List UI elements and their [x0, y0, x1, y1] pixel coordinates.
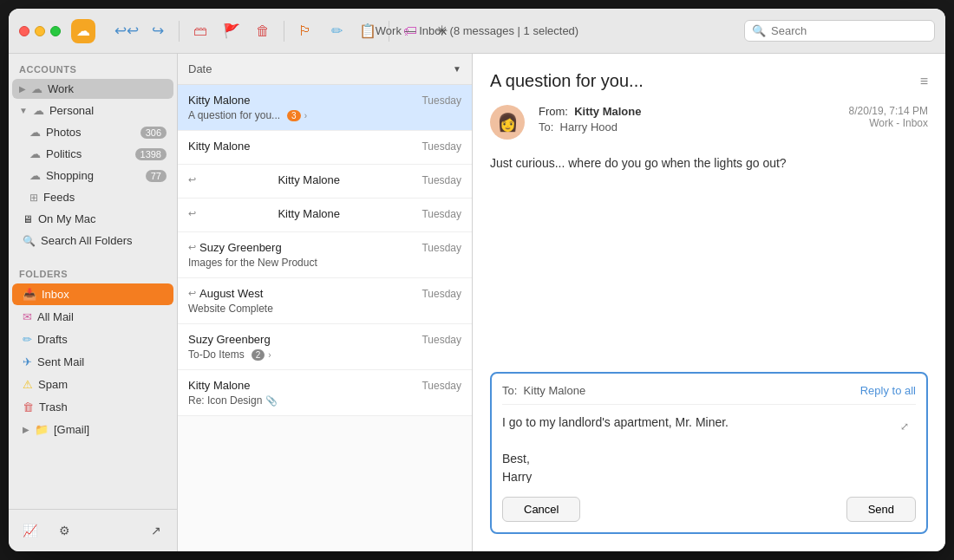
message-badge: 3	[287, 110, 301, 121]
sidebar-item-drafts[interactable]: ✏ Drafts	[12, 329, 173, 350]
to-label: To:	[539, 120, 553, 133]
shopping-label: Shopping	[46, 169, 94, 182]
message-date: Tuesday	[421, 140, 461, 153]
sidebar-item-shopping[interactable]: ☁ Shopping 77	[12, 166, 173, 186]
shopping-badge: 77	[146, 170, 167, 182]
forward-button[interactable]: ↪	[144, 17, 172, 45]
reply-actions: Cancel Send	[502, 497, 916, 522]
inbox-icon: 📥	[23, 288, 36, 301]
send-button[interactable]: Send	[846, 497, 916, 522]
sidebar-item-inbox[interactable]: 📥 Inbox	[12, 283, 173, 305]
search-icon: 🔍	[752, 24, 766, 37]
sidebar-item-all-mail[interactable]: ✉ All Mail	[12, 306, 173, 328]
maximize-button[interactable]	[50, 26, 61, 36]
message-item[interactable]: ↩ August West Tuesday Website Complete	[178, 278, 472, 324]
sidebar-item-search-all[interactable]: 🔍 Search All Folders	[12, 231, 173, 251]
message-list-header: Date ▼	[178, 54, 472, 85]
message-item[interactable]: ↩ Kitty Malone Tuesday	[178, 199, 472, 232]
archive-button[interactable]: 🗃	[186, 17, 214, 45]
search-all-label: Search All Folders	[41, 234, 133, 247]
reply-all-button[interactable]: ↩↩	[113, 17, 140, 45]
cloud-icon-personal: ☁	[33, 104, 44, 117]
message-item[interactable]: ↩ Kitty Malone Tuesday	[178, 165, 472, 199]
search-all-icon: 🔍	[23, 235, 36, 247]
sort-chevron-icon: ▼	[453, 64, 461, 74]
message-subject: A question for you...	[188, 109, 280, 121]
delete-button[interactable]: 🗑	[249, 17, 277, 45]
message-sender: Kitty Malone	[188, 140, 251, 153]
all-mail-icon: ✉	[23, 310, 32, 323]
message-date: Tuesday	[421, 242, 461, 254]
message-subject: Re: Icon Design	[188, 394, 262, 407]
email-detail: A question for you... ≡ 👩 From: Kitty Ma…	[473, 54, 945, 551]
compose-button[interactable]: ↗	[142, 517, 170, 544]
message-sender: Suzy Greenberg	[188, 333, 271, 346]
sidebar-item-politics[interactable]: ☁ Politics 1398	[12, 144, 173, 164]
reply-to-label: To:	[502, 384, 517, 397]
drafts-label: Drafts	[37, 333, 68, 346]
all-mail-label: All Mail	[37, 310, 74, 323]
reply-arrow-icon: ↩	[188, 242, 196, 253]
photos-icon: ☁	[29, 126, 41, 139]
app-icon[interactable]: ☁	[71, 19, 95, 43]
main-content: Accounts ▶ ☁ Work ▼ ☁ Personal ☁ Photos …	[9, 54, 945, 551]
trash-icon: 🗑	[23, 400, 34, 413]
sender-avatar: 👩	[490, 105, 525, 140]
message-subject: Images for the New Product	[188, 257, 317, 269]
sidebar-item-personal[interactable]: ▼ ☁ Personal	[12, 101, 173, 120]
sort-label: Date	[188, 62, 212, 75]
inbox-label: Inbox	[42, 288, 69, 301]
activity-button[interactable]: 📈	[16, 517, 43, 544]
chevron-icon: ›	[304, 111, 307, 120]
sidebar-item-work[interactable]: ▶ ☁ Work	[12, 79, 173, 99]
reply-arrow-icon: ↩	[188, 288, 196, 299]
email-timestamp: 8/20/19, 7:14 PM	[849, 105, 928, 117]
mark-button[interactable]: 🏳	[291, 17, 319, 45]
search-input[interactable]	[771, 24, 927, 37]
reply-to-all-button[interactable]: Reply to all	[860, 384, 916, 397]
filter-button[interactable]: ⚙	[50, 517, 78, 544]
gmail-disclosure-icon: ▶	[23, 425, 29, 434]
cancel-button[interactable]: Cancel	[502, 497, 580, 522]
reply-textarea[interactable]: I go to my landlord's apartment, Mr. Min…	[502, 413, 916, 483]
sidebar-item-photos[interactable]: ☁ Photos 306	[12, 122, 173, 142]
message-item[interactable]: ↩ Suzy Greenberg Tuesday Images for the …	[178, 232, 472, 278]
message-sender: Kitty Malone	[278, 173, 340, 186]
sidebar-item-spam[interactable]: ⚠ Spam	[12, 374, 173, 395]
feeds-icon: ⊞	[29, 192, 38, 204]
close-button[interactable]	[19, 26, 29, 36]
sidebar-item-feeds[interactable]: ⊞ Feeds	[12, 187, 173, 207]
reply-to-text: To: Kitty Malone	[502, 384, 585, 397]
message-item[interactable]: Kitty Malone Tuesday A question for you.…	[178, 85, 472, 131]
politics-label: Politics	[46, 147, 82, 160]
sidebar-item-sent-mail[interactable]: ✈ Sent Mail	[12, 351, 173, 373]
minimize-button[interactable]	[35, 26, 45, 36]
email-location: Work - Inbox	[849, 117, 928, 129]
expand-icon[interactable]: ⤢	[900, 420, 909, 433]
sidebar-item-gmail[interactable]: ▶ 📁 [Gmail]	[12, 419, 173, 440]
to-name: Harry Hood	[560, 120, 617, 133]
sidebar-item-on-my-mac[interactable]: 🖥 On My Mac	[12, 209, 173, 229]
message-list: Date ▼ Kitty Malone Tuesday A question f…	[178, 54, 473, 551]
trash-label: Trash	[39, 400, 68, 413]
message-item[interactable]: Kitty Malone Tuesday	[178, 131, 472, 165]
message-badge: 2	[252, 349, 265, 361]
cloud-icon: ☁	[31, 82, 42, 95]
work-account-label: Work	[48, 82, 74, 95]
sidebar: Accounts ▶ ☁ Work ▼ ☁ Personal ☁ Photos …	[9, 54, 178, 551]
message-item[interactable]: Suzy Greenberg Tuesday To-Do Items 2 ›	[178, 324, 472, 370]
message-item[interactable]: Kitty Malone Tuesday Re: Icon Design 📎	[178, 370, 472, 416]
edit-button[interactable]: ✏	[323, 17, 350, 45]
sent-mail-label: Sent Mail	[37, 355, 84, 368]
reply-compose: To: Kitty Malone Reply to all I go to my…	[490, 372, 928, 534]
message-sender: Kitty Malone	[188, 94, 251, 107]
sidebar-item-trash[interactable]: 🗑 Trash	[12, 396, 173, 418]
hamburger-icon[interactable]: ≡	[920, 74, 928, 89]
folders-label: Folders	[9, 258, 177, 283]
from-label: From:	[539, 105, 568, 118]
reply-to-name: Kitty Malone	[524, 384, 586, 397]
email-subject: A question for you...	[490, 71, 644, 91]
message-date: Tuesday	[421, 208, 461, 220]
window-title: Work — Inbox (8 messages | 1 selected)	[376, 24, 578, 37]
flag-button[interactable]: 🚩	[218, 17, 245, 45]
